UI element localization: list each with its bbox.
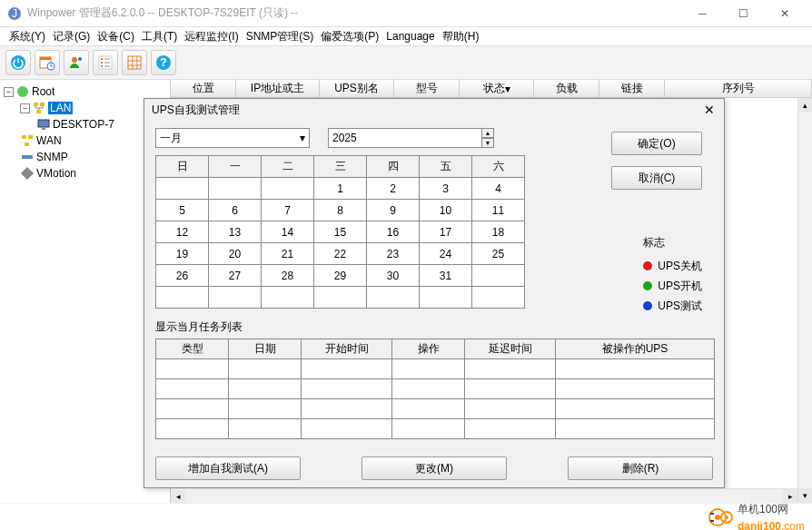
year-spinner[interactable]: ▴▾ xyxy=(481,128,494,148)
dialog-close-icon[interactable]: ✕ xyxy=(702,103,717,117)
svg-point-7 xyxy=(78,57,82,61)
svg-rect-24 xyxy=(40,103,45,106)
tree-lan[interactable]: −LAN xyxy=(4,100,166,116)
dialog-titlebar: UPS自我测试管理 ✕ xyxy=(144,99,724,121)
cancel-button[interactable]: 取消(C) xyxy=(611,166,702,190)
table-row[interactable] xyxy=(156,359,715,379)
red-dot-icon xyxy=(643,261,652,270)
col-link[interactable]: 链接 xyxy=(599,80,665,97)
vertical-scrollbar[interactable]: ▴▾ xyxy=(797,98,812,503)
tasks-table: 类型 日期 开始时间 操作 延迟时间 被操作的UPS xyxy=(155,339,715,439)
tree-vmotion[interactable]: VMotion xyxy=(4,165,166,182)
year-field[interactable]: 2025 xyxy=(328,128,482,148)
svg-rect-32 xyxy=(21,167,34,180)
lan-icon xyxy=(32,101,46,115)
calendar-header: 日一二三四五六 xyxy=(156,156,525,178)
svg-text:J: J xyxy=(12,7,17,20)
svg-rect-9 xyxy=(101,58,103,60)
modify-button[interactable]: 更改(M) xyxy=(361,456,507,480)
svg-rect-15 xyxy=(128,56,141,69)
legend: 标志 UPS关机 UPS开机 UPS测试 xyxy=(643,235,702,316)
col-location[interactable]: 位置 xyxy=(171,80,236,97)
close-button[interactable]: ✕ xyxy=(764,0,805,27)
computer-icon xyxy=(36,117,51,132)
tree-snmp[interactable]: SNMP xyxy=(4,149,166,165)
svg-rect-30 xyxy=(25,142,29,146)
menu-tools[interactable]: 工具(T) xyxy=(140,29,179,44)
menu-snmp[interactable]: SNMP管理(S) xyxy=(244,29,316,44)
table-row[interactable] xyxy=(156,379,715,399)
tree-wan[interactable]: WAN xyxy=(4,132,166,149)
menu-log[interactable]: 记录(G) xyxy=(51,29,92,44)
power-icon[interactable] xyxy=(5,50,31,75)
sort-icon: ▾ xyxy=(505,83,510,95)
svg-rect-27 xyxy=(42,128,45,130)
calendar-clock-icon[interactable] xyxy=(35,50,60,75)
svg-rect-26 xyxy=(38,120,49,127)
tree-desktop[interactable]: DESKTOP-7 xyxy=(4,116,166,132)
root-icon xyxy=(15,84,30,99)
svg-point-22 xyxy=(17,86,28,97)
table-row[interactable] xyxy=(156,399,715,419)
col-model[interactable]: 型号 xyxy=(394,80,460,97)
tasks-header: 类型 日期 开始时间 操作 延迟时间 被操作的UPS xyxy=(156,339,715,359)
selftest-dialog: UPS自我测试管理 ✕ 一月▾ 2025 ▴▾ 日一二三四五六 1234 567… xyxy=(144,98,725,488)
col-ip[interactable]: IP地址或主 xyxy=(236,80,320,97)
vmotion-icon xyxy=(20,166,35,181)
svg-rect-10 xyxy=(101,62,103,64)
col-serial[interactable]: 序列号 xyxy=(665,80,812,97)
maximize-button[interactable]: ☐ xyxy=(723,0,764,27)
legend-test: UPS测试 xyxy=(643,296,702,316)
delete-button[interactable]: 删除(R) xyxy=(568,456,713,480)
legend-off: UPS关机 xyxy=(643,256,702,276)
table-row[interactable] xyxy=(156,419,715,439)
footer-logo-icon xyxy=(708,505,734,530)
svg-point-34 xyxy=(715,515,720,520)
legend-on: UPS开机 xyxy=(643,276,702,296)
svg-rect-29 xyxy=(28,135,33,139)
menu-remote[interactable]: 远程监控(I) xyxy=(183,29,240,44)
column-header: 位置 IP地址或主 UPS别名 型号 状态 ▾ 负载 链接 序列号 xyxy=(171,80,812,98)
spinner-down-icon[interactable]: ▾ xyxy=(481,138,494,148)
col-alias[interactable]: UPS别名 xyxy=(320,80,394,97)
horizontal-scrollbar[interactable]: ◂▸ xyxy=(171,488,797,503)
svg-rect-4 xyxy=(40,57,51,60)
svg-rect-23 xyxy=(34,103,38,106)
menu-device[interactable]: 设备(C) xyxy=(95,29,136,44)
svg-rect-31 xyxy=(22,155,33,159)
menu-lang[interactable]: Language xyxy=(384,30,436,43)
col-status[interactable]: 状态 ▾ xyxy=(460,80,534,97)
titlebar: J Winpower 管理器6.2.0.0 -- DESKTOP-7S29EIT… xyxy=(0,0,812,27)
scroll-left-icon[interactable]: ◂ xyxy=(171,490,185,504)
help-icon[interactable]: ? xyxy=(151,50,176,75)
svg-rect-25 xyxy=(36,110,41,113)
spinner-up-icon[interactable]: ▴ xyxy=(481,128,494,138)
user-icon[interactable] xyxy=(64,50,89,75)
window-title: Winpower 管理器6.2.0.0 -- DESKTOP-7S29EIT (… xyxy=(27,5,682,21)
month-combo[interactable]: 一月▾ xyxy=(155,128,310,148)
add-selftest-button[interactable]: 增加自我测试(A) xyxy=(155,456,301,480)
menu-pref[interactable]: 偏爱选项(P) xyxy=(319,29,381,44)
calendar[interactable]: 日一二三四五六 1234 567891011 12131415161718 19… xyxy=(155,155,525,309)
grid-icon[interactable] xyxy=(122,50,147,75)
col-load[interactable]: 负载 xyxy=(534,80,599,97)
scroll-up-icon[interactable]: ▴ xyxy=(798,98,812,113)
calendar-row: 1234 xyxy=(156,178,525,200)
blue-dot-icon xyxy=(643,301,652,310)
calendar-row: 19202122232425 xyxy=(156,243,525,265)
toolbar: ? xyxy=(0,45,812,80)
dialog-title: UPS自我测试管理 xyxy=(152,103,240,118)
list-icon[interactable] xyxy=(93,50,118,75)
svg-point-36 xyxy=(725,515,728,519)
chevron-down-icon: ▾ xyxy=(300,132,305,144)
tree-root[interactable]: −Root xyxy=(4,83,166,100)
collapse-icon[interactable]: − xyxy=(4,87,14,97)
menu-system[interactable]: 系统(Y) xyxy=(7,29,47,44)
svg-text:?: ? xyxy=(160,56,166,69)
minimize-button[interactable]: ─ xyxy=(682,0,723,27)
menu-help[interactable]: 帮助(H) xyxy=(441,29,481,44)
svg-rect-28 xyxy=(22,135,26,139)
collapse-icon[interactable]: − xyxy=(20,103,30,113)
ok-button[interactable]: 确定(O) xyxy=(611,132,702,155)
svg-point-6 xyxy=(72,57,77,63)
